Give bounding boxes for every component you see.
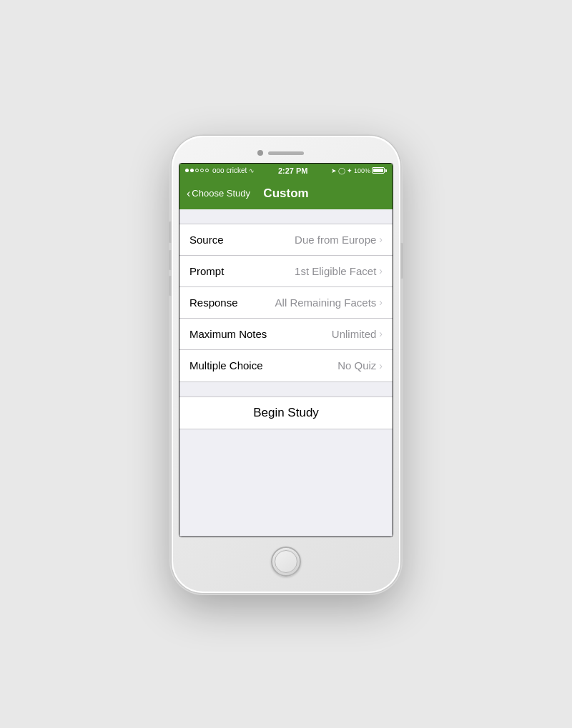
back-chevron-icon: ‹ [187, 188, 190, 199]
phone-screen: ooo cricket ∿ 2:27 PM ➤ ◯ ✦ 100% ‹ [179, 163, 393, 537]
home-button-inner [275, 550, 297, 573]
status-right: ➤ ◯ ✦ 100% [331, 167, 387, 174]
prompt-chevron-icon: › [379, 265, 383, 276]
source-row[interactable]: Source Due from Europe › [179, 224, 393, 256]
carrier-name: ooo cricket [212, 166, 247, 174]
multiple-choice-value: No Quiz [337, 359, 376, 372]
signal-dot-2 [190, 169, 194, 172]
signal-dot-1 [185, 169, 189, 172]
speaker [268, 151, 304, 155]
status-left: ooo cricket ∿ [185, 166, 255, 174]
bluetooth-icon: ✦ [347, 167, 352, 174]
battery-body [372, 167, 385, 174]
settings-group: Source Due from Europe › Prompt 1st Elig… [179, 224, 393, 382]
location-icon: ➤ [331, 167, 337, 174]
status-time: 2:27 PM [278, 166, 308, 175]
phone-frame: ooo cricket ∿ 2:27 PM ➤ ◯ ✦ 100% ‹ [172, 136, 400, 593]
home-button[interactable] [271, 547, 301, 577]
volume-down-button [169, 276, 172, 296]
maximum-notes-label: Maximum Notes [189, 328, 267, 340]
battery-icon [372, 167, 387, 174]
prompt-value-container: 1st Eligible Facet › [295, 265, 383, 277]
prompt-row[interactable]: Prompt 1st Eligible Facet › [179, 256, 393, 287]
source-chevron-icon: › [379, 234, 383, 245]
prompt-value: 1st Eligible Facet [295, 265, 376, 277]
screen-content: Source Due from Europe › Prompt 1st Elig… [179, 209, 393, 537]
maximum-notes-value-container: Unlimited › [332, 328, 383, 340]
back-button[interactable]: ‹ Choose Study [187, 188, 250, 199]
phone-bottom-bar [271, 540, 301, 583]
front-camera [257, 150, 263, 156]
signal-dot-5 [205, 169, 209, 172]
battery-tip [385, 169, 387, 172]
source-value: Due from Europe [295, 234, 376, 246]
maximum-notes-value: Unlimited [332, 328, 377, 340]
source-label: Source [189, 234, 224, 246]
section-gap-middle [179, 382, 393, 397]
response-value-container: All Remaining Facets › [275, 296, 383, 309]
multiple-choice-label: Multiple Choice [189, 359, 263, 372]
begin-study-button[interactable]: Begin Study [179, 397, 393, 429]
response-value: All Remaining Facets [275, 296, 377, 309]
maximum-notes-chevron-icon: › [379, 328, 383, 339]
mute-switch [169, 226, 172, 241]
signal-dot-4 [200, 169, 204, 172]
alarm-icon: ◯ [338, 167, 345, 174]
battery-percent: 100% [354, 167, 370, 174]
battery-fill [373, 169, 383, 172]
maximum-notes-row[interactable]: Maximum Notes Unlimited › [179, 319, 393, 350]
source-value-container: Due from Europe › [295, 234, 383, 246]
phone-top-bar [179, 146, 393, 160]
wifi-icon: ∿ [249, 167, 255, 174]
multiple-choice-value-container: No Quiz › [337, 359, 383, 372]
prompt-label: Prompt [189, 265, 224, 277]
nav-title: Custom [263, 186, 308, 201]
signal-dots [185, 169, 209, 172]
nav-bar: ‹ Choose Study Custom [179, 178, 393, 209]
volume-up-button [169, 250, 172, 270]
back-button-label: Choose Study [192, 188, 250, 199]
section-gap-top [179, 209, 393, 224]
multiple-choice-chevron-icon: › [379, 360, 383, 372]
multiple-choice-row[interactable]: Multiple Choice No Quiz › [179, 350, 393, 382]
begin-study-group: Begin Study [179, 397, 393, 429]
response-label: Response [189, 296, 238, 309]
signal-dot-3 [195, 169, 199, 172]
response-chevron-icon: › [379, 296, 383, 308]
response-row[interactable]: Response All Remaining Facets › [179, 287, 393, 319]
status-bar: ooo cricket ∿ 2:27 PM ➤ ◯ ✦ 100% [179, 164, 393, 178]
